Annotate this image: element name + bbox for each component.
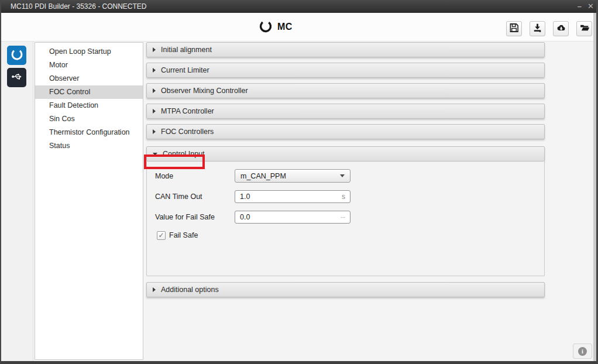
app-window: MC110 PDI Builder - 35326 - CONNECTED – …	[0, 0, 598, 364]
mode-row: Mode m_CAN_PPM	[155, 169, 544, 183]
nav-item-observer[interactable]: Observer	[35, 72, 143, 85]
nav-item-sin-cos[interactable]: Sin Cos	[35, 112, 143, 126]
can-time-out-label: CAN Time Out	[155, 193, 235, 201]
nav-item-status[interactable]: Status	[35, 139, 143, 153]
usb-icon	[11, 71, 23, 84]
download-button[interactable]	[530, 21, 545, 36]
section-observer-mixing-controller[interactable]: Observer Mixing Controller	[146, 83, 545, 98]
chevron-right-icon	[153, 68, 156, 73]
section-foc-controllers[interactable]: FOC Controllers	[146, 124, 545, 139]
control-input-panel: Mode m_CAN_PPM CAN Time Out s Value for …	[146, 162, 545, 276]
can-time-out-unit: s	[342, 193, 345, 201]
mode-dropdown[interactable]: m_CAN_PPM	[235, 169, 350, 183]
logo-text: MC	[277, 22, 293, 32]
right-gutter	[593, 13, 596, 361]
nav-item-motor[interactable]: Motor	[35, 59, 143, 72]
nav-panel: Open Loop Startup Motor Observer FOC Con…	[35, 42, 143, 360]
mc-ring-icon	[10, 47, 24, 63]
save-button[interactable]	[506, 21, 522, 36]
mc-app-button[interactable]	[7, 46, 26, 65]
window-title: MC110 PDI Builder - 35326 - CONNECTED	[11, 2, 147, 11]
save-icon	[509, 23, 519, 35]
checkmark-icon: ✓	[158, 232, 164, 239]
chevron-right-icon	[153, 129, 156, 134]
side-rail	[1, 42, 33, 361]
section-initial-alignment[interactable]: Initial alignment	[146, 42, 545, 57]
cloud-download-button[interactable]	[553, 21, 569, 36]
window-controls: – ✕	[578, 0, 594, 13]
toolbar	[506, 21, 592, 36]
fail-safe-row: ✓ Fail Safe	[157, 231, 544, 240]
dropdown-arrow-icon	[340, 174, 345, 177]
open-folder-icon	[579, 23, 590, 35]
titlebar: MC110 PDI Builder - 35326 - CONNECTED – …	[1, 0, 596, 13]
usb-connection-button[interactable]	[7, 68, 26, 87]
section-mtpa-controller[interactable]: MTPA Controller	[146, 104, 545, 119]
chevron-right-icon	[153, 109, 156, 114]
chevron-right-icon	[153, 88, 156, 93]
value-for-fail-safe-label: Value for Fail Safe	[155, 213, 235, 221]
can-time-out-input[interactable]	[240, 193, 342, 201]
nav-item-open-loop-startup[interactable]: Open Loop Startup	[35, 45, 143, 59]
mode-dropdown-value: m_CAN_PPM	[240, 172, 286, 180]
fail-safe-checkbox[interactable]: ✓	[157, 231, 166, 240]
content-area: Initial alignment Current Limiter Observ…	[146, 42, 545, 303]
section-control-input[interactable]: Control Input	[146, 146, 545, 162]
mc-ring-icon	[259, 19, 273, 35]
app-logo: MC	[259, 19, 293, 35]
open-folder-button[interactable]	[576, 21, 592, 36]
annotation-highlight-box	[144, 154, 205, 169]
value-for-fail-safe-input[interactable]	[240, 213, 341, 221]
download-icon	[532, 23, 542, 35]
nav-item-fault-detection[interactable]: Fault Detection	[35, 99, 143, 112]
info-button[interactable]: i	[573, 344, 592, 359]
fail-safe-label: Fail Safe	[169, 231, 198, 239]
can-time-out-row: CAN Time Out s	[155, 190, 544, 203]
mode-label: Mode	[155, 172, 235, 180]
minimize-button[interactable]: –	[578, 0, 582, 13]
chevron-right-icon	[153, 47, 156, 52]
value-for-fail-safe-row: Value for Fail Safe --	[155, 210, 544, 224]
section-additional-options[interactable]: Additional options	[146, 282, 545, 297]
app-header: MC	[1, 13, 596, 42]
value-for-fail-safe-unit: --	[341, 213, 345, 221]
cloud-download-icon	[556, 23, 566, 35]
value-for-fail-safe-field-frame: --	[235, 211, 350, 224]
close-button[interactable]: ✕	[587, 0, 594, 13]
section-current-limiter[interactable]: Current Limiter	[146, 63, 545, 78]
chevron-right-icon	[153, 287, 156, 292]
nav-item-thermistor-configuration[interactable]: Thermistor Configuration	[35, 126, 143, 139]
can-time-out-field-frame: s	[235, 190, 350, 203]
info-icon: i	[578, 347, 587, 356]
nav-item-foc-control[interactable]: FOC Control	[35, 85, 143, 99]
